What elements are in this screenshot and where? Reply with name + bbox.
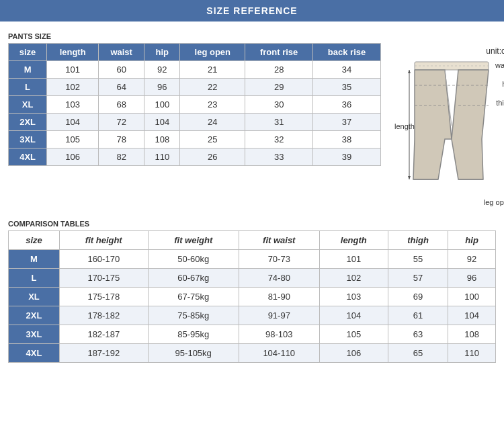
data-cell: 106 (47, 148, 99, 166)
data-cell: 103 (47, 96, 99, 114)
data-cell: 63 (388, 325, 448, 344)
data-cell: 67-75kg (148, 288, 239, 306)
data-cell: 57 (388, 269, 448, 288)
data-cell: 170-175 (60, 269, 148, 288)
data-cell: 34 (313, 61, 381, 79)
comp-table-header-cell: fit height (60, 231, 148, 250)
table-row: 2XL10472104243137 (9, 114, 381, 131)
top-section: sizelengthwaisthipleg openfront riseback… (8, 43, 496, 206)
size-table-header-cell: waist (99, 44, 144, 61)
data-cell: 30 (245, 96, 313, 114)
data-cell: 22 (180, 79, 245, 96)
data-cell: 104 (319, 306, 388, 325)
table-row: XL10368100233036 (9, 96, 381, 114)
table-row: XL175-17867-75kg81-9010369100 (9, 288, 496, 306)
size-cell: L (9, 79, 47, 96)
data-cell: 102 (319, 269, 388, 288)
data-cell: 104 (448, 306, 496, 325)
data-cell: 29 (245, 79, 313, 96)
size-table: sizelengthwaisthipleg openfront riseback… (8, 43, 381, 166)
table-row: 3XL182-18785-95kg98-10310563108 (9, 325, 496, 344)
size-table-container: sizelengthwaisthipleg openfront riseback… (8, 43, 381, 166)
data-cell: 92 (144, 61, 180, 79)
data-cell: 24 (180, 114, 245, 131)
data-cell: 105 (47, 131, 99, 148)
size-cell: L (9, 269, 60, 288)
table-row: L1026496222935 (9, 79, 381, 96)
size-cell: 3XL (9, 131, 47, 148)
data-cell: 60 (99, 61, 144, 79)
data-cell: 108 (144, 131, 180, 148)
data-cell: 26 (180, 148, 245, 166)
data-cell: 61 (388, 306, 448, 325)
data-cell: 108 (448, 325, 496, 344)
data-cell: 104 (47, 114, 99, 131)
data-cell: 92 (448, 250, 496, 269)
diagram-leg-open-label: leg open (484, 198, 504, 206)
pants-illustration: waist hip thigh length leg open (394, 58, 504, 206)
data-cell: 64 (99, 79, 144, 96)
data-cell: 100 (144, 96, 180, 114)
data-cell: 85-95kg (148, 325, 239, 344)
size-cell: 2XL (9, 306, 60, 325)
size-cell: 4XL (9, 344, 60, 363)
comp-table-header-cell: fit weight (148, 231, 239, 250)
svg-marker-10 (408, 176, 411, 179)
table-row: 3XL10578108253238 (9, 131, 381, 148)
pants-section-label: PANTS SIZE (8, 32, 496, 40)
data-cell: 101 (319, 250, 388, 269)
svg-marker-9 (408, 70, 411, 73)
data-cell: 104 (144, 114, 180, 131)
size-cell: XL (9, 96, 47, 114)
size-table-header-cell: back rise (313, 44, 381, 61)
size-cell: 4XL (9, 148, 47, 166)
data-cell: 38 (313, 131, 381, 148)
data-cell: 23 (180, 96, 245, 114)
size-table-header-cell: hip (144, 44, 180, 61)
data-cell: 101 (47, 61, 99, 79)
data-cell: 60-67kg (148, 269, 239, 288)
data-cell: 187-192 (60, 344, 148, 363)
data-cell: 68 (99, 96, 144, 114)
comp-table-header-cell: length (319, 231, 388, 250)
data-cell: 21 (180, 61, 245, 79)
page-title: SIZE REFERENCE (206, 5, 297, 16)
size-table-header-cell: length (47, 44, 99, 61)
data-cell: 78 (99, 131, 144, 148)
data-cell: 55 (388, 250, 448, 269)
comp-table-header-cell: hip (448, 231, 496, 250)
size-cell: 2XL (9, 114, 47, 131)
comp-table-header-cell: size (9, 231, 60, 250)
data-cell: 105 (319, 325, 388, 344)
data-cell: 75-85kg (148, 306, 239, 325)
data-cell: 69 (388, 288, 448, 306)
data-cell: 100 (448, 288, 496, 306)
table-row: 4XL187-19295-105kg104-11010665110 (9, 344, 496, 363)
size-table-header-cell: front rise (245, 44, 313, 61)
data-cell: 178-182 (60, 306, 148, 325)
unit-label: unit:cm (394, 46, 504, 56)
size-cell: M (9, 61, 47, 79)
data-cell: 175-178 (60, 288, 148, 306)
data-cell: 39 (313, 148, 381, 166)
table-row: 4XL10682110263339 (9, 148, 381, 166)
data-cell: 82 (99, 148, 144, 166)
data-cell: 110 (448, 344, 496, 363)
data-cell: 31 (245, 114, 313, 131)
comparison-section-label: COMPARISON TABLES (8, 220, 496, 228)
size-table-header-row: sizelengthwaisthipleg openfront riseback… (9, 44, 381, 61)
data-cell: 33 (245, 148, 313, 166)
pants-diagram: unit:cm (394, 43, 504, 206)
data-cell: 102 (47, 79, 99, 96)
data-cell: 37 (313, 114, 381, 131)
data-cell: 96 (144, 79, 180, 96)
comp-table-header-cell: fit waist (239, 231, 319, 250)
data-cell: 72 (99, 114, 144, 131)
data-cell: 28 (245, 61, 313, 79)
data-cell: 182-187 (60, 325, 148, 344)
data-cell: 70-73 (239, 250, 319, 269)
data-cell: 65 (388, 344, 448, 363)
table-row: M1016092212834 (9, 61, 381, 79)
data-cell: 91-97 (239, 306, 319, 325)
data-cell: 35 (313, 79, 381, 96)
